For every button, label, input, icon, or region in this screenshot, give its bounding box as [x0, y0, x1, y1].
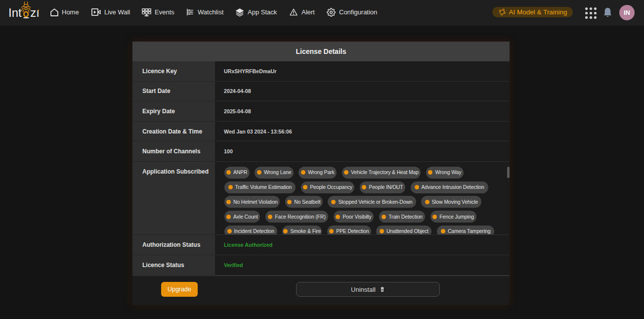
- svg-text:Int: Int: [8, 6, 22, 19]
- svg-text:zı: zı: [30, 6, 40, 19]
